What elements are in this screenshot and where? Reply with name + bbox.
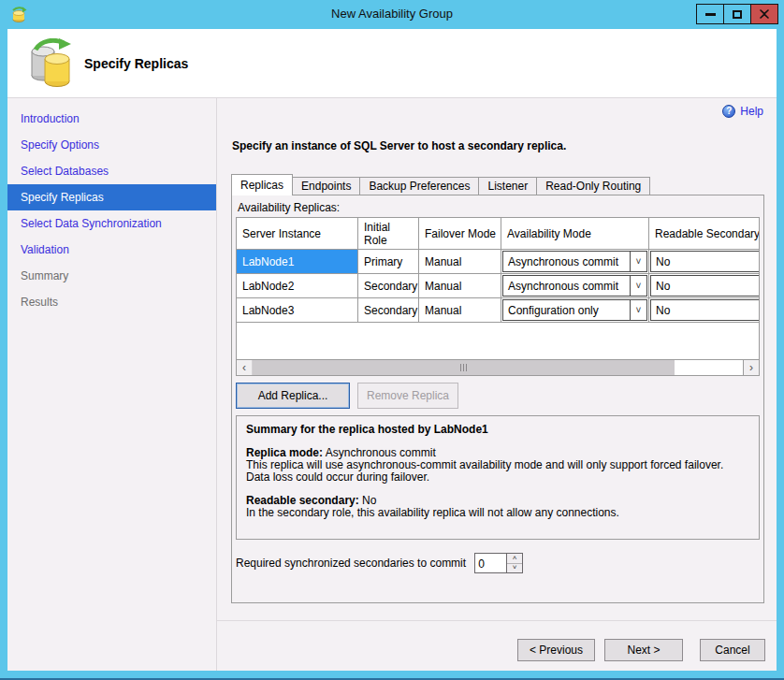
tab-read-only-routing[interactable]: Read-Only Routing xyxy=(536,177,650,195)
dropdown-value: Asynchronous commit xyxy=(503,280,630,293)
page-title: Specify Replicas xyxy=(84,56,188,71)
readable-secondary-value: No xyxy=(359,494,377,507)
close-button[interactable] xyxy=(750,4,778,24)
horizontal-scrollbar[interactable]: ‹ › xyxy=(237,359,759,375)
replica-mode-label: Replica mode: xyxy=(246,446,323,459)
window-title: New Availability Group xyxy=(0,7,784,21)
spin-up-icon[interactable]: ˄ xyxy=(507,554,522,564)
help-icon: ? xyxy=(722,105,735,118)
readable-secondary-label: Readable secondary: xyxy=(246,494,359,507)
table-row-cell-failover-mode[interactable]: Manual xyxy=(419,298,501,323)
dropdown-value: Asynchronous commit xyxy=(503,255,630,268)
add-replica-button[interactable]: Add Replica... xyxy=(236,383,350,409)
availability-replicas-label: Availability Replicas: xyxy=(236,199,760,217)
availability-mode-dropdown[interactable]: Asynchronous commit ˅ xyxy=(502,275,647,297)
wizard-steps-sidebar: Introduction Specify Options Select Data… xyxy=(7,98,217,671)
replicas-grid: Server Instance Initial Role Failover Mo… xyxy=(236,217,760,376)
cancel-button[interactable]: Cancel xyxy=(700,639,765,661)
table-row-cell-availability-mode: Asynchronous commit ˅ xyxy=(501,274,649,298)
titlebar: New Availability Group xyxy=(0,0,784,29)
footer-buttons: < Previous Next > Cancel xyxy=(517,639,765,661)
remove-replica-button: Remove Replica xyxy=(357,383,458,409)
dropdown-value: No xyxy=(651,280,760,293)
scroll-left-icon[interactable]: ‹ xyxy=(237,360,253,375)
summary-title: Summary for the replica hosted by LabNod… xyxy=(246,424,749,436)
tab-backup-preferences[interactable]: Backup Preferences xyxy=(359,177,479,195)
sidebar-item-introduction[interactable]: Introduction xyxy=(7,106,216,132)
table-row-cell-failover-mode[interactable]: Manual xyxy=(419,274,501,298)
sidebar-item-specify-replicas[interactable]: Specify Replicas xyxy=(7,184,216,210)
readable-secondary-dropdown[interactable]: No ˅ xyxy=(650,251,760,272)
new-availability-group-window: New Availability Group xyxy=(0,0,784,680)
previous-button[interactable]: < Previous xyxy=(517,639,595,661)
table-row-cell-initial-role[interactable]: Secondary xyxy=(358,274,419,298)
required-secondaries-row: Required synchronized secondaries to com… xyxy=(236,553,760,573)
next-button[interactable]: Next > xyxy=(604,639,683,661)
replica-mode-description: This replica will use asynchronous-commi… xyxy=(246,459,749,484)
table-row-cell-server[interactable]: LabNode2 xyxy=(237,274,358,298)
table-row-cell-server[interactable]: LabNode1 xyxy=(237,250,358,274)
wizard-header: Specify Replicas xyxy=(7,29,777,98)
instruction-text: Specify an instance of SQL Server to hos… xyxy=(232,139,566,152)
sidebar-item-select-databases[interactable]: Select Databases xyxy=(7,158,216,184)
sidebar-item-specify-options[interactable]: Specify Options xyxy=(7,132,216,158)
replicas-tab-panel: Availability Replicas: Server Instance I… xyxy=(231,195,764,603)
scroll-right-icon[interactable]: › xyxy=(743,360,759,375)
help-link[interactable]: ? Help xyxy=(722,105,763,118)
column-header-readable-secondary: Readable Secondary xyxy=(649,218,760,250)
tab-endpoints[interactable]: Endpoints xyxy=(292,177,360,195)
table-row-cell-server[interactable]: LabNode3 xyxy=(237,298,358,323)
dropdown-value: No xyxy=(651,255,760,268)
table-row-cell-initial-role[interactable]: Primary xyxy=(358,250,419,274)
maximize-button[interactable] xyxy=(723,4,751,24)
availability-mode-dropdown[interactable]: Configuration only ˅ xyxy=(502,299,647,321)
minimize-icon xyxy=(705,13,716,16)
table-row-cell-initial-role[interactable]: Secondary xyxy=(358,298,419,323)
replicas-grid-table: Server Instance Initial Role Failover Mo… xyxy=(237,218,760,323)
scrollbar-thumb[interactable] xyxy=(253,360,675,375)
window-controls xyxy=(697,4,778,24)
column-header-initial-role: Initial Role xyxy=(358,218,419,250)
grid-empty-area xyxy=(237,323,759,359)
spinner-buttons: ˄ ˅ xyxy=(506,554,522,572)
thumb-grip xyxy=(463,364,464,371)
readable-secondary-dropdown[interactable]: No ˅ xyxy=(650,299,760,321)
maximize-icon xyxy=(733,10,742,19)
thumb-grip xyxy=(466,364,467,371)
replica-mode-value: Asynchronous commit xyxy=(323,446,436,459)
tab-replicas[interactable]: Replicas xyxy=(231,174,293,195)
sidebar-item-validation[interactable]: Validation xyxy=(7,237,216,263)
readable-secondary-description: In the secondary role, this availability… xyxy=(246,507,749,519)
tab-strip: Replicas Endpoints Backup Preferences Li… xyxy=(231,174,649,195)
availability-mode-dropdown[interactable]: Asynchronous commit ˅ xyxy=(502,251,647,272)
chevron-down-icon: ˅ xyxy=(630,276,646,296)
dropdown-value: Configuration only xyxy=(503,304,630,317)
required-secondaries-spinner: ˄ ˅ xyxy=(474,553,523,573)
sidebar-item-select-data-synchronization[interactable]: Select Data Synchronization xyxy=(7,210,216,237)
spin-down-icon[interactable]: ˅ xyxy=(507,564,522,573)
column-header-server-instance: Server Instance xyxy=(237,218,358,250)
table-row-cell-availability-mode: Configuration only ˅ xyxy=(501,298,649,323)
required-secondaries-input[interactable] xyxy=(475,554,506,572)
wizard-footer: < Previous Next > Cancel xyxy=(217,620,777,671)
minimize-button[interactable] xyxy=(696,4,724,24)
thumb-grip xyxy=(460,364,461,371)
table-row-cell-readable-secondary: No ˅ xyxy=(649,298,760,323)
table-row-cell-availability-mode: Asynchronous commit ˅ xyxy=(501,250,649,274)
table-row-cell-failover-mode[interactable]: Manual xyxy=(419,250,501,274)
column-header-availability-mode: Availability Mode xyxy=(501,218,649,250)
replica-actions: Add Replica... Remove Replica xyxy=(236,383,760,409)
wizard-content: ? Help Specify an instance of SQL Server… xyxy=(217,98,777,671)
table-row-cell-readable-secondary: No ˅ xyxy=(649,274,760,298)
chevron-down-icon: ˅ xyxy=(630,252,646,271)
tab-listener[interactable]: Listener xyxy=(478,177,537,195)
replica-summary-box: Summary for the replica hosted by LabNod… xyxy=(236,415,760,540)
sidebar-item-results: Results xyxy=(7,289,216,315)
readable-secondary-dropdown[interactable]: No ˅ xyxy=(650,275,760,297)
scrollbar-track[interactable] xyxy=(253,360,743,375)
dropdown-value: No xyxy=(651,304,760,317)
table-row-cell-readable-secondary: No ˅ xyxy=(649,250,760,274)
wizard-dialog: Specify Replicas Introduction Specify Op… xyxy=(7,29,777,671)
column-header-failover-mode: Failover Mode xyxy=(419,218,501,250)
sidebar-item-summary: Summary xyxy=(7,263,216,289)
